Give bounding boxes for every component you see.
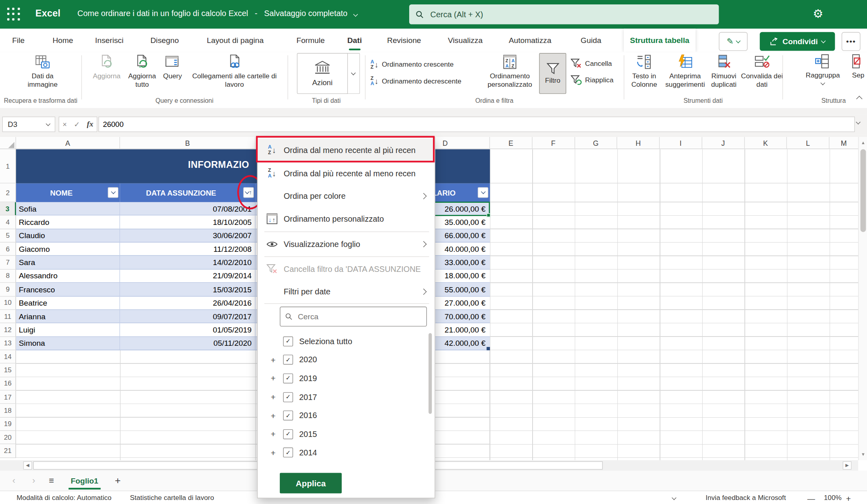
tab-file[interactable]: File <box>12 29 25 52</box>
share-button[interactable]: Condividi <box>760 32 835 51</box>
checkbox-checked-icon[interactable]: ✓ <box>283 337 293 347</box>
raggruppa-button[interactable]: Raggruppa <box>801 54 845 85</box>
testo-in-colonne-button[interactable]: Testo in Colonne <box>626 54 662 89</box>
table-resize-handle[interactable] <box>487 347 490 350</box>
azioni-dropdown-button[interactable] <box>347 53 360 94</box>
cell-name[interactable]: Alessandro <box>16 269 120 282</box>
aggiorna-tutto-button[interactable]: Aggiorna tutto <box>125 54 160 89</box>
filter-dropdown-button[interactable] <box>478 187 488 198</box>
anteprima-suggerimenti-button[interactable]: Anteprima suggerimenti <box>662 54 708 89</box>
tab-struttura-tabella[interactable]: Struttura tabella <box>624 29 696 52</box>
azioni-button[interactable]: Azioni <box>297 53 348 94</box>
expand-formula-bar-icon[interactable] <box>856 120 861 124</box>
feedback-link[interactable]: Invia feedback a Microsoft <box>705 494 786 502</box>
menu-sort-by-color[interactable]: Ordina per colore <box>258 184 435 207</box>
row-header[interactable]: 8 <box>0 269 16 283</box>
collegamenti-cartelle-button[interactable]: Collegamenti alle cartelle di lavoro <box>187 54 282 89</box>
cell-name[interactable]: Simona <box>16 337 120 350</box>
cell-name[interactable]: Francesco <box>16 283 120 296</box>
row-header[interactable]: 17 <box>0 391 16 404</box>
column-header[interactable]: F <box>532 137 575 149</box>
tab-disegno[interactable]: Disegno <box>150 29 179 52</box>
row-header[interactable]: 1 <box>0 149 16 183</box>
zoom-out-button[interactable]: — <box>808 494 815 503</box>
dati-da-immagine-button[interactable]: Dati da immagine <box>15 54 70 89</box>
enter-icon[interactable]: ✓ <box>74 120 80 129</box>
expand-plus-icon[interactable]: + <box>270 411 277 420</box>
row-header[interactable]: 19 <box>0 418 16 431</box>
cell-date[interactable]: 15/03/2015 <box>120 283 256 296</box>
expand-plus-icon[interactable]: + <box>270 355 277 364</box>
year-row[interactable]: + ✓ 2019 <box>258 369 435 388</box>
checkbox-checked-icon[interactable]: ✓ <box>283 392 293 402</box>
fill-handle[interactable] <box>487 213 491 217</box>
app-launcher-icon[interactable] <box>7 8 20 21</box>
menu-custom-sort[interactable]: ↓↑ Ordinamento personalizzato <box>258 207 435 230</box>
row-header[interactable]: 20 <box>0 431 16 445</box>
prev-sheet-icon[interactable]: ‹ <box>8 475 20 486</box>
tab-revisione[interactable]: Revisione <box>387 29 421 52</box>
filter-dropdown-button[interactable] <box>108 187 118 198</box>
filter-list-scroll-thumb[interactable] <box>428 333 432 414</box>
row-header[interactable]: 16 <box>0 377 16 391</box>
column-header[interactable]: K <box>744 137 787 149</box>
ordinamento-decrescente-button[interactable]: ZA↓ Ordinamento decrescente <box>371 76 461 87</box>
expand-plus-icon[interactable]: + <box>270 429 277 439</box>
cell-date[interactable]: 30/06/2007 <box>120 229 256 242</box>
cell-name[interactable]: Giacomo <box>16 243 120 255</box>
column-header[interactable]: I <box>660 137 702 149</box>
tab-layout-di-pagina[interactable]: Layout di pagina <box>207 29 264 52</box>
cell-name[interactable]: Claudio <box>16 229 120 242</box>
tab-visualizza[interactable]: Visualizza <box>448 29 482 52</box>
ordinamento-crescente-button[interactable]: AZ↓ Ordinamento crescente <box>371 60 454 70</box>
tab-guida[interactable]: Guida <box>580 29 601 52</box>
tab-formule[interactable]: Formule <box>296 29 325 52</box>
row-header[interactable]: 12 <box>0 323 16 337</box>
checkbox-checked-icon[interactable]: ✓ <box>283 373 293 384</box>
filtro-button[interactable]: Filtro <box>539 53 566 94</box>
editing-mode-button[interactable]: ✎ <box>719 32 748 51</box>
scroll-down-icon[interactable]: ▼ <box>859 450 867 459</box>
select-all-row[interactable]: ✓ Seleziona tutto <box>258 332 435 351</box>
riapplica-filtro-button[interactable]: Riapplica <box>571 75 614 85</box>
header-cell-nome[interactable]: NOME <box>16 184 120 202</box>
more-commands-button[interactable]: ••• <box>842 32 861 51</box>
row-header[interactable]: 13 <box>0 337 16 351</box>
next-sheet-icon[interactable]: › <box>28 475 40 486</box>
year-row[interactable]: + ✓ 2016 <box>258 406 435 425</box>
filter-sort-dropdown-button[interactable]: ↑ <box>243 187 254 198</box>
menu-sort-oldest[interactable]: AZ↓ Ordina dal meno recente al più recen <box>258 139 435 161</box>
row-header[interactable]: 21 <box>0 445 16 458</box>
cell-date[interactable]: 18/10/2005 <box>120 216 256 229</box>
year-row[interactable]: + ✓ 2014 <box>258 443 435 462</box>
cell-name[interactable]: Sofia <box>16 202 120 215</box>
name-box[interactable]: D3 <box>2 116 55 132</box>
column-header[interactable]: J <box>702 137 745 149</box>
cell-date[interactable]: 09/07/2017 <box>120 310 256 323</box>
column-header[interactable]: B <box>120 137 256 149</box>
tab-automatizza[interactable]: Automatizza <box>509 29 551 52</box>
row-header[interactable]: 18 <box>0 404 16 418</box>
settings-gear-icon[interactable]: ⚙ <box>813 7 823 20</box>
sheet-canvas[interactable]: INFORMAZIO NOME DATA ASSUNZIONE ↑ SALARI… <box>16 149 858 460</box>
workbook-stats-status[interactable]: Statistiche cartella di lavoro <box>130 494 214 502</box>
sheet-tab-foglio1[interactable]: Foglio1 <box>66 473 102 489</box>
query-button[interactable]: Query <box>159 54 186 81</box>
filter-search-box[interactable] <box>280 307 427 327</box>
menu-date-filters[interactable]: Filtri per date <box>258 280 435 302</box>
expand-plus-icon[interactable]: + <box>270 448 277 457</box>
calc-mode-status[interactable]: Modalità di calcolo: Automatico <box>16 494 111 502</box>
add-sheet-icon[interactable]: + <box>115 475 121 486</box>
tab-home[interactable]: Home <box>53 29 73 52</box>
checkbox-checked-icon[interactable]: ✓ <box>283 355 293 365</box>
row-header[interactable]: 14 <box>0 350 16 364</box>
year-row[interactable]: + ✓ 2015 <box>258 425 435 443</box>
filter-search-input[interactable] <box>297 312 421 322</box>
select-all-corner[interactable] <box>0 137 16 149</box>
row-header[interactable]: 4 <box>0 216 16 229</box>
formula-input[interactable]: 26000 <box>98 116 855 132</box>
checkbox-checked-icon[interactable]: ✓ <box>283 448 293 458</box>
apply-filter-button[interactable]: Applica <box>280 473 342 494</box>
menu-sort-newest[interactable]: ZA↓ Ordina dal più recente al meno recen <box>258 162 435 184</box>
tab-dati[interactable]: Dati <box>347 29 362 52</box>
